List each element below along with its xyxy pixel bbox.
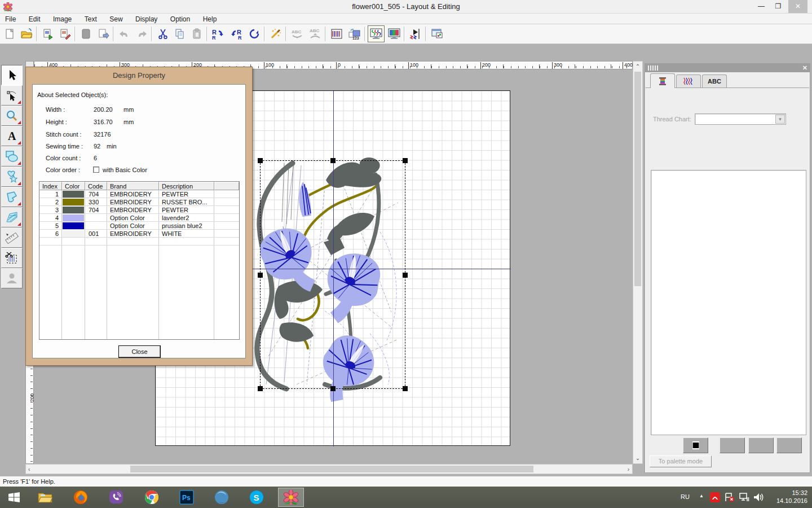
selection-handle[interactable] [330, 386, 336, 391]
col-header-description[interactable]: Description [159, 182, 214, 190]
reference-window-icon[interactable] [429, 25, 445, 42]
scroll-up-arrow[interactable]: ⌃ [633, 63, 642, 69]
chrome-icon[interactable] [139, 488, 165, 507]
action-center-flag-icon[interactable] [724, 492, 735, 502]
horizontal-scroll-thumb[interactable] [130, 466, 533, 472]
horizontal-scrollbar[interactable]: ‹ › [25, 464, 633, 474]
tool-manual-punch[interactable] [1, 207, 23, 227]
tab-text-attributes[interactable]: ABC [702, 75, 727, 87]
col-header-index[interactable]: Index [39, 182, 62, 190]
tray-expand-icon[interactable]: ▲ [699, 493, 704, 498]
menu-text[interactable]: Text [80, 14, 102, 24]
thread-row[interactable]: 3 704 EMBROIDERY PEWTER [39, 206, 239, 214]
tool-text[interactable]: A [1, 126, 23, 146]
export-design-icon[interactable] [56, 25, 73, 42]
network-tray-icon[interactable] [739, 492, 750, 502]
realistic-view-icon[interactable] [386, 25, 403, 42]
undo-icon[interactable] [116, 25, 133, 42]
selection-handle[interactable] [403, 386, 408, 391]
col-header-blank[interactable] [214, 182, 239, 190]
open-file-icon[interactable] [18, 25, 35, 42]
tool-oval-shape[interactable] [1, 146, 23, 167]
language-indicator[interactable]: RU [681, 493, 690, 500]
scroll-left-arrow[interactable]: ‹ [28, 466, 30, 472]
tool-point-edit[interactable] [1, 85, 23, 106]
menu-display[interactable]: Display [130, 14, 162, 24]
basic-color-checkbox[interactable] [93, 167, 99, 173]
selection-handle[interactable] [403, 273, 408, 278]
magic-wand-icon[interactable] [267, 25, 284, 42]
menu-edit[interactable]: Edit [24, 14, 46, 24]
tool-freeform-shape[interactable] [1, 187, 23, 207]
tab-thread-color[interactable] [650, 73, 675, 88]
menu-sew[interactable]: Sew [104, 14, 127, 24]
tool-star-shape[interactable] [1, 167, 23, 187]
minimize-button[interactable]: — [753, 0, 769, 13]
selection-handle[interactable] [258, 273, 263, 278]
palette-button-2[interactable] [748, 437, 774, 453]
thread-row[interactable]: 4 Option Color lavender2 [39, 214, 239, 222]
tool-select-arrow[interactable] [1, 65, 23, 85]
volume-tray-icon[interactable] [753, 492, 764, 502]
import-to-card-icon[interactable] [39, 25, 56, 42]
palette-button-3[interactable] [776, 437, 802, 453]
paste-icon[interactable] [188, 25, 205, 42]
vertical-scrollbar[interactable]: ⌃ ⌄ [633, 61, 643, 464]
panel-grip[interactable]: ✕ [645, 64, 810, 72]
photoshop-icon[interactable]: Ps [174, 488, 200, 507]
thread-list-box[interactable] [651, 170, 806, 435]
copy-icon[interactable] [171, 25, 188, 42]
selection-handle[interactable] [258, 386, 263, 391]
thread-row[interactable]: 5 Option Color prussian blue2 [39, 222, 239, 230]
viber-icon[interactable] [103, 488, 129, 507]
browser-sphere-icon[interactable] [209, 488, 235, 507]
pe-design-app-icon[interactable] [278, 488, 304, 507]
file-explorer-icon[interactable] [32, 488, 58, 507]
thread-row[interactable]: 6 001 EMBROIDERY WHITE [39, 230, 239, 238]
new-document-icon[interactable] [1, 25, 18, 42]
text-arch-down-icon[interactable]: ABC [289, 25, 306, 42]
menu-option[interactable]: Option [165, 14, 195, 24]
skype-icon[interactable]: S [244, 488, 270, 507]
to-palette-mode-button[interactable]: To palette mode [650, 456, 712, 467]
chevron-down-icon[interactable]: ▼ [775, 115, 785, 124]
selection-box[interactable] [260, 160, 405, 389]
thread-row[interactable]: 1 704 EMBROIDERY PEWTER [39, 190, 239, 198]
close-button[interactable]: ✕ [788, 0, 807, 13]
stitch-view-icon[interactable] [368, 25, 385, 42]
scroll-right-arrow[interactable]: › [628, 466, 629, 472]
scroll-down-arrow[interactable]: ⌄ [633, 455, 642, 461]
tool-measure[interactable] [1, 227, 23, 248]
menu-file[interactable]: File [0, 14, 21, 24]
cut-icon[interactable] [155, 25, 171, 42]
col-header-code[interactable]: Code [85, 182, 107, 190]
text-arch-up-icon[interactable]: ABC [307, 25, 324, 42]
redo-icon[interactable] [133, 25, 150, 42]
selection-handle[interactable] [330, 158, 336, 163]
thread-color-button[interactable] [683, 437, 708, 453]
tool-photo-stitch[interactable] [1, 268, 23, 288]
panel-close-icon[interactable]: ✕ [802, 64, 807, 72]
vertical-scroll-thumb[interactable] [634, 72, 641, 286]
col-header-color[interactable]: Color [62, 182, 85, 190]
palette-button-1[interactable] [720, 437, 745, 453]
design-center-icon[interactable] [78, 25, 95, 42]
thread-row[interactable]: 2 330 EMBROIDERY RUSSET BRO... [39, 198, 239, 206]
thread-chart-dropdown[interactable]: ▼ [695, 113, 786, 125]
selection-handle[interactable] [258, 158, 263, 163]
hoop-view-icon[interactable] [328, 25, 345, 42]
antivirus-tray-icon[interactable] [710, 492, 720, 502]
stitch-simulator-icon[interactable] [407, 25, 424, 42]
refresh-icon[interactable] [246, 25, 263, 42]
rotate-right-icon[interactable]: RR [228, 25, 245, 42]
selection-handle[interactable] [403, 158, 408, 163]
rotate-left-icon[interactable]: RR [210, 25, 227, 42]
design-property-icon[interactable]: 123 [346, 25, 363, 42]
menu-image[interactable]: Image [48, 14, 77, 24]
send-design-icon[interactable] [95, 25, 112, 42]
tool-stitch-split[interactable] [1, 248, 23, 268]
firefox-icon[interactable] [68, 488, 94, 507]
restore-button[interactable]: ❐ [770, 0, 786, 13]
tab-stitch-attributes[interactable] [676, 75, 701, 87]
close-dialog-button[interactable]: Close [118, 345, 161, 358]
